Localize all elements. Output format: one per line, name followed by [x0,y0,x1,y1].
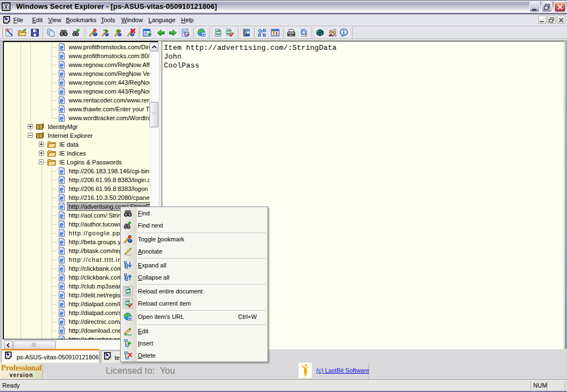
svg-text:e: e [60,79,63,87]
svg-text:e: e [60,309,63,317]
svg-text:e: e [60,265,63,273]
svg-text:e: e [60,274,63,282]
svg-text:e: e [60,291,63,300]
svg-text:e: e [60,300,63,308]
svg-text:e: e [60,114,63,122]
svg-text:e: e [60,238,63,246]
svg-text:e: e [60,203,63,211]
svg-text:e: e [60,105,63,114]
svg-text:e: e [60,247,63,255]
svg-text:e: e [60,220,63,229]
svg-text:e: e [60,87,63,96]
svg-text:e: e [60,327,63,335]
svg-text:e: e [60,318,63,326]
svg-text:e: e [60,229,63,238]
svg-text:e: e [60,61,63,69]
svg-text:e: e [60,96,63,105]
svg-text:e: e [60,212,63,220]
svg-text:e: e [60,43,63,51]
svg-text:e: e [60,194,63,202]
svg-text:e: e [60,52,63,60]
svg-text:e: e [60,70,63,78]
svg-text:e: e [60,167,63,176]
svg-text:e: e [60,176,63,184]
svg-text:e: e [60,256,63,264]
svg-text:e: e [60,185,63,193]
svg-text:e: e [60,282,63,291]
